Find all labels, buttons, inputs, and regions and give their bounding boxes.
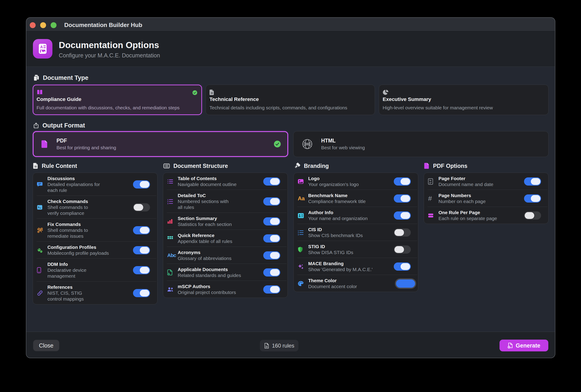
- svg-text:3: 3: [298, 234, 299, 236]
- svg-text:A: A: [40, 45, 43, 49]
- svg-text:3: 3: [168, 203, 168, 205]
